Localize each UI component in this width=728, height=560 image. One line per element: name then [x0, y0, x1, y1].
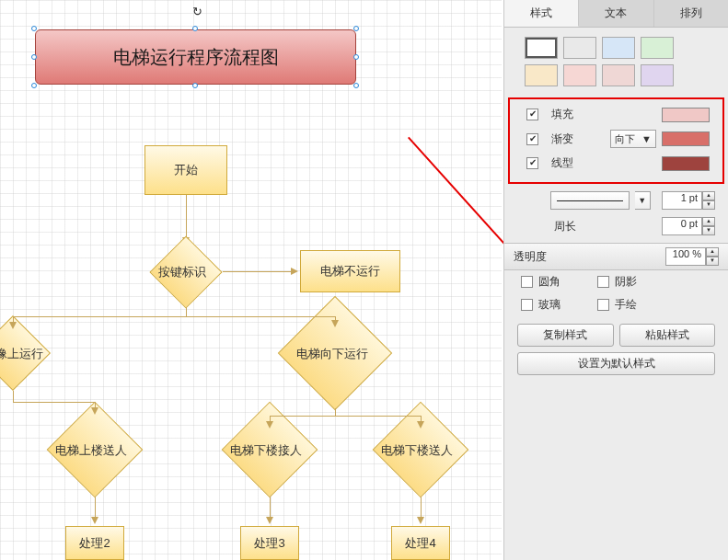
- chevron-down-icon: ▼: [641, 133, 652, 144]
- line-style-label: 线型: [548, 155, 573, 171]
- checkbox-rounded[interactable]: [521, 276, 533, 288]
- edge: [186, 307, 187, 316]
- format-panel: 样式 文本 排列 ✔ 填充 ✔ 渐变 向下 ▼: [503, 0, 728, 560]
- rounded-label: 圆角: [538, 274, 560, 290]
- arrow-down-icon: [9, 322, 17, 329]
- edge: [95, 497, 96, 519]
- edge: [13, 402, 95, 403]
- swatch[interactable]: [563, 64, 596, 86]
- node-label: 电梯向下运行: [296, 346, 368, 362]
- resize-handle-sw[interactable]: [31, 83, 37, 88]
- spin-up-icon[interactable]: ▲: [706, 247, 719, 257]
- line-style-toggle[interactable]: ▼: [635, 191, 652, 210]
- opacity-value[interactable]: 100 %: [665, 247, 706, 266]
- set-default-style-button[interactable]: 设置为默认样式: [517, 352, 715, 375]
- edge: [270, 416, 421, 417]
- node-proc3[interactable]: 处理3: [240, 526, 299, 560]
- highlighted-section: ✔ 填充 ✔ 渐变 向下 ▼ ✔ 线型: [508, 97, 724, 184]
- glass-label: 玻璃: [538, 297, 560, 313]
- opacity-spinner[interactable]: 100 % ▲▼: [665, 247, 719, 266]
- tab-label: 样式: [530, 6, 552, 21]
- checkbox-sketch[interactable]: [597, 299, 609, 311]
- node-label: 电梯上楼送人: [55, 442, 127, 459]
- swatch[interactable]: [525, 37, 558, 59]
- tab-style[interactable]: 样式: [504, 0, 579, 27]
- opacity-label: 透明度: [514, 249, 547, 265]
- line-width-value[interactable]: 1 pt: [662, 191, 702, 210]
- line-color-chip[interactable]: [662, 156, 710, 171]
- swatch[interactable]: [563, 37, 596, 59]
- swatch-row-1: [504, 28, 728, 63]
- edge: [13, 316, 335, 317]
- resize-handle-s[interactable]: [192, 83, 198, 88]
- paste-style-button[interactable]: 粘贴样式: [619, 324, 716, 347]
- checkbox-gradient[interactable]: ✔: [526, 133, 538, 145]
- gradient-dir-select[interactable]: 向下 ▼: [610, 130, 656, 148]
- gradient-dir-value: 向下: [615, 132, 635, 146]
- opacity-section: 透明度 100 % ▲▼: [504, 243, 728, 270]
- swatch[interactable]: [602, 64, 635, 86]
- node-not-run[interactable]: 电梯不运行: [300, 250, 400, 292]
- gradient-color-chip[interactable]: [662, 131, 710, 146]
- button-label: 粘贴样式: [645, 328, 689, 341]
- resize-handle-e[interactable]: [353, 54, 359, 60]
- edge: [335, 408, 336, 416]
- node-label: 电梯下楼送人: [381, 442, 453, 459]
- edge: [223, 271, 293, 272]
- title-text: 电梯运行程序流程图: [113, 45, 279, 70]
- edge: [13, 391, 14, 402]
- line-width-spinner[interactable]: 1 pt ▲▼: [662, 191, 715, 210]
- resize-handle-nw[interactable]: [31, 26, 37, 31]
- line-style-dropdown[interactable]: [550, 191, 630, 210]
- node-start[interactable]: 开始: [144, 145, 227, 195]
- shadow-label: 阴影: [615, 274, 637, 290]
- node-proc2[interactable]: 处理2: [65, 526, 124, 560]
- sketch-label: 手绘: [615, 297, 637, 313]
- arrow-down-icon: [91, 407, 98, 415]
- swatch[interactable]: [641, 64, 674, 86]
- spin-down-icon[interactable]: ▼: [702, 200, 715, 210]
- node-proc4[interactable]: 处理4: [391, 526, 450, 560]
- panel-tabs: 样式 文本 排列: [504, 0, 728, 28]
- canvas[interactable]: 电梯运行程序流程图 ↻ 开始 按键标识 电梯不运行 像上运行 电梯向下运行 电梯…: [0, 0, 503, 560]
- title-rect[interactable]: 电梯运行程序流程图: [35, 29, 356, 85]
- swatch[interactable]: [525, 64, 558, 86]
- gradient-label: 渐变: [548, 131, 573, 147]
- spin-up-icon[interactable]: ▲: [702, 191, 715, 200]
- rotate-handle-icon[interactable]: ↻: [191, 5, 203, 17]
- swatch[interactable]: [641, 37, 674, 59]
- resize-handle-ne[interactable]: [353, 26, 359, 31]
- resize-handle-n[interactable]: [192, 26, 198, 31]
- arrow-down-icon: [266, 421, 273, 429]
- tab-label: 文本: [605, 6, 627, 21]
- arrow-down-icon: [91, 517, 98, 524]
- spin-up-icon[interactable]: ▲: [702, 217, 715, 226]
- fill-color-chip[interactable]: [662, 108, 710, 122]
- tab-label: 排列: [680, 6, 702, 21]
- arrow-down-icon: [417, 517, 424, 524]
- resize-handle-w[interactable]: [31, 54, 37, 60]
- copy-style-button[interactable]: 复制样式: [517, 324, 614, 347]
- arrow-right-icon: [291, 268, 298, 275]
- tab-text[interactable]: 文本: [579, 0, 653, 27]
- node-label: 处理4: [405, 535, 435, 552]
- perimeter-spinner[interactable]: 0 pt ▲▼: [662, 217, 715, 235]
- swatch[interactable]: [602, 37, 635, 59]
- edge: [186, 195, 187, 239]
- arrow-down-icon: [331, 320, 339, 327]
- checkbox-shadow[interactable]: [597, 276, 609, 288]
- perimeter-value[interactable]: 0 pt: [662, 217, 702, 235]
- checkbox-glass[interactable]: [521, 299, 533, 311]
- node-label: 电梯下楼接人: [230, 442, 302, 459]
- tab-arrange[interactable]: 排列: [654, 0, 728, 27]
- spin-down-icon[interactable]: ▼: [702, 226, 715, 235]
- checkbox-fill[interactable]: ✔: [526, 109, 538, 120]
- arrow-down-icon: [266, 517, 273, 524]
- resize-handle-se[interactable]: [353, 83, 359, 88]
- swatch-row-2: [504, 63, 728, 92]
- checkbox-line[interactable]: ✔: [526, 157, 538, 169]
- node-label: 像上运行: [0, 346, 43, 362]
- spin-down-icon[interactable]: ▼: [706, 257, 719, 266]
- node-label: 电梯不运行: [320, 263, 380, 280]
- button-label: 复制样式: [543, 328, 587, 341]
